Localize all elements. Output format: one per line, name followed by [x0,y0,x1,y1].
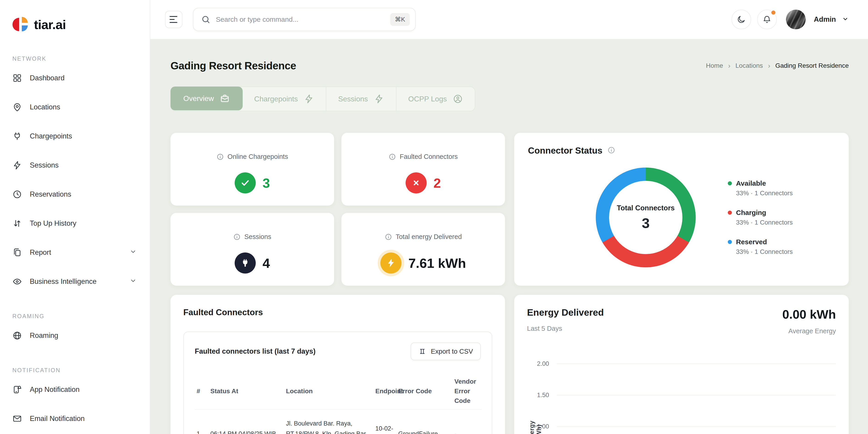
connector-legend: Available 33% · 1 Connectors Charging 33… [728,179,793,256]
breadcrumb-home[interactable]: Home [706,62,723,69]
bolt-circle-icon [380,253,401,273]
cell-vendor-error-code: - [453,409,482,434]
legend-detail: 33% · 1 Connectors [736,248,793,256]
faulted-list-title: Faulted connectors list (last 7 days) [195,347,315,356]
connector-donut: Total Connectors 3 [596,168,696,267]
brand-name: tiar.ai [34,17,66,32]
top-right-controls: Admin [732,10,849,29]
sidebar-item-business-intelligence[interactable]: Business Intelligence [9,267,141,296]
faulted-list-card: Faulted connectors list (last 7 days) Ex… [183,331,492,434]
sidebar-item-app-notification[interactable]: App Notification [9,375,141,404]
sidebar-item-label: Report [30,248,51,257]
sidebar-item-roaming[interactable]: Roaming [9,321,141,350]
bolt-icon [12,161,22,170]
breadcrumb-locations[interactable]: Locations [736,62,763,69]
stat-value: 7.61 kWh [408,256,466,271]
faulted-table: # Status At Location Endpoint Error Code… [195,373,482,434]
sidebar-item-sessions[interactable]: Sessions [9,151,141,180]
sidebar-item-report[interactable]: Report [9,238,141,267]
sidebar-item-chargepoints[interactable]: Chargepoints [9,122,141,151]
tab-sessions[interactable]: Sessions [326,87,396,111]
avatar[interactable] [786,10,806,29]
stat-label: Sessions [244,233,271,241]
sidebar-nav: Dashboard Locations Chargepoints Session… [9,63,141,296]
dark-mode-button[interactable] [732,10,751,29]
clock-icon [12,190,22,199]
stat-value: 3 [262,175,270,191]
sidebar-item-label: Reservations [30,190,71,198]
tab-chargepoints[interactable]: Chargepoints [242,87,326,111]
sidebar-item-email-notification[interactable]: Email Notification [9,404,141,433]
user-name[interactable]: Admin [814,15,836,24]
legend-dot [728,240,732,244]
info-icon[interactable] [608,146,615,155]
sidebar-item-reservations[interactable]: Reservations [9,180,141,209]
page-title: Gading Resort Residence [170,60,296,72]
stat-card-faulted-connectors: Faulted Connectors 2 [341,133,505,206]
sidebar-item-label: Chargepoints [30,132,72,140]
donut-center-value: 3 [642,215,650,231]
hamburger-icon [169,16,177,17]
brand-logo[interactable]: tiar.ai [9,0,141,33]
global-search[interactable]: ⌘K [193,8,416,31]
sidebar-section-roaming: ROAMING [12,313,141,320]
top-bar: ⌘K Admin [150,0,868,39]
energy-subtitle: Last 5 Days [527,325,604,332]
stat-value: 2 [434,175,441,191]
tab-bar: Overview Chargepoints Sessions OCPP Logs [170,87,475,111]
legend-name: Charging [736,209,766,216]
tab-label: Chargepoints [254,95,298,103]
sidebar-item-locations[interactable]: Locations [9,93,141,122]
eye-icon [12,277,22,286]
chevron-down-icon[interactable] [842,15,849,23]
tab-label: Overview [183,94,214,103]
x-circle-icon [406,172,427,193]
notifications-button[interactable] [757,10,777,29]
stat-label: Faulted Connectors [400,153,458,161]
search-icon [201,15,210,24]
columns-icon [418,347,426,355]
cell-num: 1 [195,409,209,434]
page-content: Gading Resort Residence Home › Locations… [150,39,868,434]
y-tick: 1.50 [527,392,549,399]
col-num: # [195,373,209,409]
col-endpoint: Endpoint [373,373,396,409]
sidebar-item-label: Top Up History [30,219,76,228]
person-circle-icon [453,94,463,104]
breadcrumb-separator: › [728,62,731,70]
col-error-code: Error Code [396,373,453,409]
plug-circle-icon [235,253,256,273]
sidebar-item-dashboard[interactable]: Dashboard [9,63,141,93]
cell-status-at: 06:14 PM 04/08/25 WIB [209,409,284,434]
table-row[interactable]: 1 06:14 PM 04/08/25 WIB Jl. Boulevard Ba… [195,409,482,434]
sidebar-item-top-up-history[interactable]: Top Up History [9,209,141,238]
info-icon [385,233,392,241]
sort-arrows-icon [12,219,22,228]
y-tick: 2.00 [527,360,549,367]
stat-label: Online Chargepoints [227,153,288,161]
export-csv-button[interactable]: Export to CSV [411,342,481,360]
info-icon [217,153,224,161]
stat-card-total-energy: Total energy Delivered 7.61 kWh [341,213,505,286]
sidebar-toggle-button[interactable] [165,11,182,28]
sidebar-item-label: Locations [30,103,60,111]
plug-icon [12,131,22,141]
tab-ocpp-logs[interactable]: OCPP Logs [396,87,475,111]
check-circle-icon [235,172,256,193]
info-icon [389,153,396,161]
legend-item-charging: Charging 33% · 1 Connectors [728,209,793,226]
tab-overview[interactable]: Overview [170,87,243,110]
table-header-row: # Status At Location Endpoint Error Code… [195,373,482,409]
bolt-icon [374,94,384,104]
sidebar-item-label: App Notification [30,386,80,394]
legend-item-reserved: Reserved 33% · 1 Connectors [728,238,793,256]
energy-total: 0.00 kWh [782,307,836,322]
col-status-at: Status At [209,373,284,409]
search-input[interactable] [216,15,390,23]
app-root: tiar.ai NETWORK Dashboard Locations Char… [0,0,868,434]
stat-value: 4 [262,256,270,271]
gridline [557,364,836,364]
chevron-down-icon [130,248,136,257]
gridline [557,426,836,427]
chevron-down-icon [130,277,136,286]
